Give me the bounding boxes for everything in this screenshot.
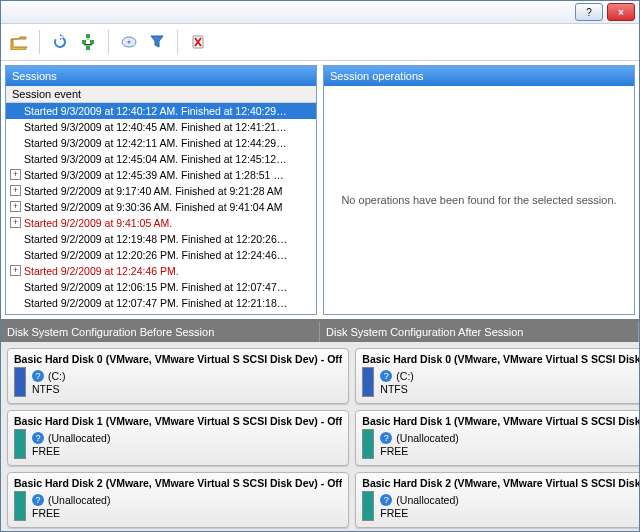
session-row[interactable]: +Started 9/2/2009 at 9:30:36 AM. Finishe… [6,199,316,215]
disk-after-title: Disk System Configuration After Session [320,322,639,342]
session-row[interactable]: Started 9/2/2009 at 12:07:47 PM. Finishe… [6,295,316,311]
help-button[interactable]: ? [575,3,603,21]
help-icon[interactable]: ? [32,494,44,506]
body: Sessions Session event Started 9/3/2009 … [1,61,639,531]
disk-card[interactable]: Basic Hard Disk 1 (VMware, VMware Virtua… [7,410,349,466]
lower-heads: Disk System Configuration Before Session… [1,322,639,342]
session-row-text: Started 9/2/2009 at 12:24:46 PM. [24,265,179,277]
partition: ?(Unallocated)FREE [362,429,639,459]
disk-card[interactable]: Basic Hard Disk 0 (VMware, VMware Virtua… [7,348,349,404]
session-row[interactable]: Started 9/2/2009 at 12:21:18 PM. Finishe… [6,311,316,314]
session-row-text: Started 9/2/2009 at 12:20:26 PM. Finishe… [24,249,287,261]
expand-icon[interactable]: + [10,169,21,180]
session-row[interactable]: Started 9/2/2009 at 12:19:48 PM. Finishe… [6,231,316,247]
session-row[interactable]: Started 9/3/2009 at 12:45:04 AM. Finishe… [6,151,316,167]
svg-rect-0 [86,34,90,38]
session-row-text: Started 9/2/2009 at 9:30:36 AM. Finished… [24,201,283,213]
disk-title: Basic Hard Disk 1 (VMware, VMware Virtua… [14,415,342,429]
funnel-icon[interactable] [145,30,169,54]
help-icon[interactable]: ? [380,494,392,506]
partition-info: ?(C:)NTFS [32,370,66,395]
partition-info: ?(C:)NTFS [380,370,414,395]
session-row[interactable]: Started 9/2/2009 at 12:06:15 PM. Finishe… [6,279,316,295]
disk-after-column: Basic Hard Disk 0 (VMware, VMware Virtua… [355,348,639,525]
refresh-icon[interactable] [48,30,72,54]
partition-fs: FREE [32,445,110,457]
partition: ?(C:)NTFS [362,367,639,397]
disk-card[interactable]: Basic Hard Disk 2 (VMware, VMware Virtua… [355,472,639,528]
svg-point-5 [128,41,131,44]
svg-rect-1 [82,40,86,44]
partition-label: (Unallocated) [396,432,458,444]
disk-before-title: Disk System Configuration Before Session [1,322,320,342]
app-window: ? × Sessions Session event [0,0,640,532]
help-icon[interactable]: ? [380,370,392,382]
partition-fs: FREE [380,507,458,519]
partition-bar [14,491,26,521]
session-row[interactable]: +Started 9/2/2009 at 9:17:40 AM. Finishe… [6,183,316,199]
session-row[interactable]: Started 9/3/2009 at 12:40:45 AM. Finishe… [6,119,316,135]
session-row-text: Started 9/3/2009 at 12:40:45 AM. Finishe… [24,121,287,133]
disk-card[interactable]: Basic Hard Disk 1 (VMware, VMware Virtua… [355,410,639,466]
titlebar: ? × [1,1,639,24]
session-row[interactable]: +Started 9/3/2009 at 12:45:39 AM. Finish… [6,167,316,183]
partition-bar [362,367,374,397]
partition: ?(Unallocated)FREE [14,429,342,459]
session-row-text: Started 9/2/2009 at 9:17:40 AM. Finished… [24,185,283,197]
partition-fs: NTFS [32,383,66,395]
help-icon[interactable]: ? [32,370,44,382]
toolbar [1,24,639,61]
session-row-text: Started 9/2/2009 at 12:21:18 PM. Finishe… [24,313,287,314]
toolbar-separator [177,30,178,54]
partition: ?(Unallocated)FREE [362,491,639,521]
session-row[interactable]: Started 9/3/2009 at 12:42:11 AM. Finishe… [6,135,316,151]
session-row-text: Started 9/2/2009 at 9:41:05 AM. [24,217,172,229]
filter-tree-icon[interactable] [76,30,100,54]
partition-bar [362,491,374,521]
session-row-text: Started 9/2/2009 at 12:07:47 PM. Finishe… [24,297,287,309]
partition-label: (Unallocated) [48,494,110,506]
open-icon[interactable] [7,30,31,54]
partition-fs: FREE [32,507,110,519]
session-row-text: Started 9/3/2009 at 12:45:39 AM. Finishe… [24,169,284,181]
session-row-text: Started 9/3/2009 at 12:40:12 AM. Finishe… [24,105,287,117]
sessions-title: Sessions [6,66,316,86]
disk-title: Basic Hard Disk 0 (VMware, VMware Virtua… [14,353,342,367]
svg-rect-3 [86,46,90,50]
operations-panel: Session operations No operations have be… [323,65,635,315]
disk-title: Basic Hard Disk 2 (VMware, VMware Virtua… [14,477,342,491]
expand-icon[interactable]: + [10,201,21,212]
partition: ?(C:)NTFS [14,367,342,397]
session-row-text: Started 9/2/2009 at 12:06:15 PM. Finishe… [24,281,287,293]
partition-info: ?(Unallocated)FREE [380,432,458,457]
operations-title: Session operations [324,66,634,86]
sessions-list[interactable]: Started 9/3/2009 at 12:40:12 AM. Finishe… [6,103,316,314]
expand-icon[interactable]: + [10,217,21,228]
expand-icon[interactable]: + [10,265,21,276]
partition-bar [14,429,26,459]
partition-info: ?(Unallocated)FREE [32,432,110,457]
session-row[interactable]: +Started 9/2/2009 at 9:41:05 AM. [6,215,316,231]
disk-card[interactable]: Basic Hard Disk 0 (VMware, VMware Virtua… [355,348,639,404]
partition: ?(Unallocated)FREE [14,491,342,521]
disk-before-column: Basic Hard Disk 0 (VMware, VMware Virtua… [7,348,349,525]
partition-bar [14,367,26,397]
session-row[interactable]: +Started 9/2/2009 at 12:24:46 PM. [6,263,316,279]
session-row[interactable]: Started 9/2/2009 at 12:20:26 PM. Finishe… [6,247,316,263]
disk-title: Basic Hard Disk 0 (VMware, VMware Virtua… [362,353,639,367]
help-icon[interactable]: ? [380,432,392,444]
close-button[interactable]: × [607,3,635,21]
expand-icon[interactable]: + [10,185,21,196]
operations-empty: No operations have been found for the se… [324,86,634,314]
session-row-text: Started 9/3/2009 at 12:42:11 AM. Finishe… [24,137,287,149]
disk-title: Basic Hard Disk 1 (VMware, VMware Virtua… [362,415,639,429]
disk-title: Basic Hard Disk 2 (VMware, VMware Virtua… [362,477,639,491]
disk-icon[interactable] [117,30,141,54]
session-row[interactable]: Started 9/3/2009 at 12:40:12 AM. Finishe… [6,103,316,119]
help-icon[interactable]: ? [32,432,44,444]
session-row-text: Started 9/2/2009 at 12:19:48 PM. Finishe… [24,233,287,245]
toolbar-separator [108,30,109,54]
sessions-subhead: Session event [6,86,316,103]
delete-icon[interactable] [186,30,210,54]
disk-card[interactable]: Basic Hard Disk 2 (VMware, VMware Virtua… [7,472,349,528]
